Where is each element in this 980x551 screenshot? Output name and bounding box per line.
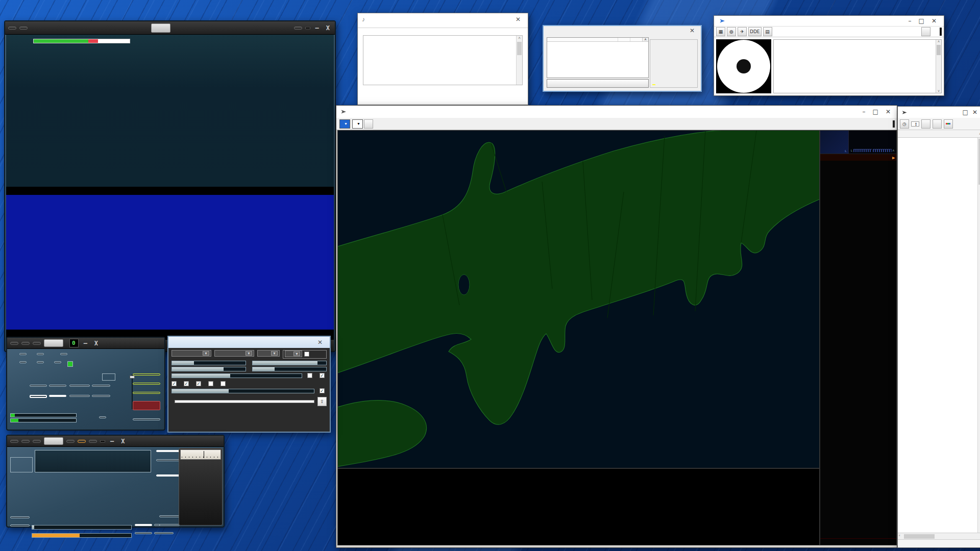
- close-icon[interactable]: ✕: [512, 16, 524, 23]
- tctr-button[interactable]: [89, 440, 97, 443]
- dde-button[interactable]: [921, 27, 930, 36]
- spectrum-base-slider[interactable]: [252, 367, 327, 371]
- show-fdial-checkbox[interactable]: ✓: [196, 381, 203, 386]
- notches-button[interactable]: [69, 385, 90, 387]
- palette-icon[interactable]: [944, 119, 953, 129]
- scroll-up-icon[interactable]: ˄: [642, 38, 648, 41]
- if-mode-button[interactable]: [69, 395, 90, 397]
- minimize-icon[interactable]: —: [313, 24, 321, 32]
- save-ws-button[interactable]: [99, 416, 106, 418]
- maximize-icon[interactable]: □: [919, 17, 924, 24]
- sp2-button[interactable]: [37, 361, 44, 363]
- minimize-icon[interactable]: –: [863, 108, 866, 115]
- show-curs-osd-checkbox[interactable]: ✓: [320, 388, 327, 393]
- minimize-icon[interactable]: —: [82, 340, 89, 347]
- close-icon[interactable]: ✕: [932, 17, 937, 24]
- col-input-device[interactable]: [547, 38, 618, 41]
- nchl-button[interactable]: [159, 524, 180, 526]
- contacts-list-area[interactable]: [898, 138, 980, 533]
- browse-icon[interactable]: ⇪: [317, 397, 327, 406]
- channel-icon[interactable]: ✈: [738, 27, 747, 36]
- bias-t-button[interactable]: [30, 395, 47, 398]
- csv-filename-input[interactable]: [175, 400, 314, 403]
- close-icon[interactable]: X: [119, 438, 127, 445]
- del-vrx-button[interactable]: [133, 383, 160, 385]
- lif-button[interactable]: [92, 395, 110, 397]
- rx-button[interactable]: [54, 361, 61, 363]
- device-list[interactable]: ˄: [363, 35, 523, 85]
- sett-button[interactable]: [10, 440, 18, 443]
- minutes-spinner[interactable]: ▲▼: [911, 121, 919, 127]
- peak-button[interactable]: [156, 450, 180, 452]
- spectrum-plot[interactable]: [24, 35, 334, 167]
- col-48k[interactable]: [618, 38, 630, 41]
- rf-gain-knob[interactable]: [130, 375, 135, 379]
- close-icon[interactable]: ✕: [886, 108, 891, 115]
- waterfall-contrast-slider[interactable]: [252, 361, 327, 365]
- step-box[interactable]: [10, 457, 33, 472]
- font-icon[interactable]: [933, 119, 942, 129]
- refresh-rate-slider[interactable]: [172, 373, 302, 378]
- close-icon[interactable]: ✕: [314, 339, 326, 346]
- close-icon[interactable]: ✕: [687, 27, 698, 34]
- contacts-hscrollbar[interactable]: ‹›: [898, 533, 980, 539]
- waterfall-gain-slider[interactable]: [172, 361, 246, 365]
- mem-pan-button[interactable]: [133, 418, 160, 420]
- zoom-select[interactable]: ▼: [339, 119, 350, 129]
- speaker-icon[interactable]: [364, 119, 373, 129]
- agc-off-button[interactable]: [135, 524, 152, 526]
- table-icon[interactable]: ▤: [763, 27, 772, 36]
- exw-button[interactable]: [33, 440, 41, 443]
- lo-lock-button[interactable]: [133, 392, 160, 394]
- ant-a-button[interactable]: [49, 385, 66, 387]
- sett-button[interactable]: [8, 27, 16, 30]
- hiz-button[interactable]: [30, 385, 47, 387]
- close-icon[interactable]: ✕: [972, 109, 977, 116]
- volume-slider[interactable]: [32, 533, 132, 538]
- add-vrx-button[interactable]: [133, 373, 160, 375]
- minimize-icon[interactable]: –: [909, 17, 912, 24]
- altitude-profile[interactable]: [337, 468, 820, 545]
- sqlc-button[interactable]: [10, 524, 30, 527]
- history-icon[interactable]: ◷: [900, 119, 909, 129]
- dde-icon[interactable]: DDE: [748, 27, 762, 36]
- stop-button[interactable]: [133, 401, 160, 410]
- step-lock-button[interactable]: [294, 27, 302, 30]
- close-icon[interactable]: X: [92, 340, 100, 347]
- maximize-icon[interactable]: □: [963, 109, 968, 116]
- agc-slow-button[interactable]: [154, 532, 174, 534]
- mute-button[interactable]: [10, 516, 30, 518]
- sett-button[interactable]: [10, 342, 18, 345]
- squelch-slider[interactable]: [32, 525, 132, 530]
- pwr-snr-csv-button[interactable]: [19, 27, 28, 30]
- tmi-select[interactable]: ▼: [285, 350, 302, 357]
- wave-device-table[interactable]: ˄: [547, 37, 649, 78]
- scroll-right-icon[interactable]: ▶: [892, 155, 896, 160]
- wf-rev-checkbox[interactable]: [220, 381, 228, 386]
- scroll-up-icon[interactable]: ˄: [977, 132, 980, 136]
- flight-table[interactable]: ▶: [820, 154, 896, 538]
- log-icon[interactable]: [921, 119, 930, 129]
- spectrum-icon[interactable]: ▦: [716, 27, 725, 36]
- fft-avg-select[interactable]: ▼: [257, 350, 280, 357]
- combo-transparency-slider[interactable]: [172, 389, 314, 393]
- nch4-button[interactable]: [159, 515, 180, 517]
- close-icon[interactable]: X: [324, 24, 332, 32]
- col-96k[interactable]: [630, 38, 642, 41]
- sound-setting-button[interactable]: [547, 79, 649, 88]
- spectrum-range-slider[interactable]: [172, 367, 246, 371]
- minimize-icon[interactable]: —: [108, 438, 116, 445]
- ant-b-button[interactable]: [49, 395, 66, 397]
- plugins-button[interactable]: [33, 342, 41, 345]
- scanner-button[interactable]: [37, 353, 44, 355]
- agc-med-button[interactable]: [135, 532, 152, 534]
- fft-off-checkbox[interactable]: ✓: [320, 373, 327, 378]
- fft-window-select[interactable]: ▼: [172, 350, 211, 357]
- constellation-icon[interactable]: ◍: [727, 27, 736, 36]
- wf-palette-select[interactable]: ▼: [214, 350, 254, 357]
- message-text[interactable]: [773, 39, 942, 93]
- mctr-button[interactable]: [78, 440, 86, 443]
- show-smeter-checkbox[interactable]: ✓: [184, 381, 191, 386]
- opt-button[interactable]: [19, 353, 27, 355]
- ma-button[interactable]: [21, 342, 30, 345]
